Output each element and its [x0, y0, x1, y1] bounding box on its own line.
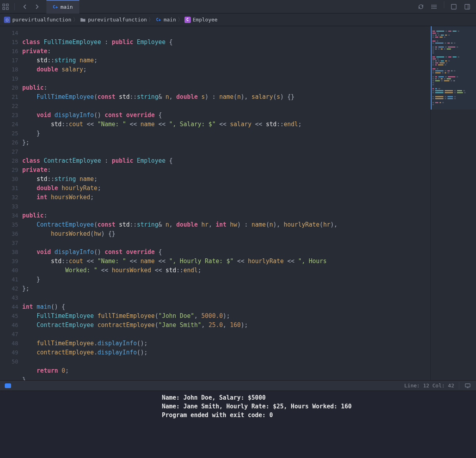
svg-rect-2	[3, 8, 5, 10]
monitor-icon[interactable]	[464, 382, 471, 389]
svg-rect-3	[6, 8, 8, 10]
console-sidebar	[0, 391, 159, 458]
chevron-right-icon: 〉	[148, 16, 154, 23]
cpp-file-icon: C+	[53, 4, 58, 10]
tab-main[interactable]: C+ main	[46, 0, 79, 13]
svg-rect-0	[3, 4, 5, 6]
status-bar: Line: 12 Col: 42	[0, 380, 476, 391]
cursor-line-label: Line:	[404, 383, 420, 389]
svg-rect-11	[465, 4, 470, 9]
gutter: 1415161718192021222324252627282930313233…	[0, 26, 22, 380]
status-tag-icon[interactable]	[5, 383, 11, 388]
chevron-right-icon: 〉	[178, 16, 183, 23]
crumb-file[interactable]: C+ main	[155, 17, 176, 23]
toolbar: C+ main	[0, 0, 476, 13]
class-icon: C	[184, 17, 191, 23]
minimap[interactable]	[430, 26, 476, 380]
svg-point-9	[432, 8, 432, 8]
grid-icon[interactable]	[0, 1, 11, 12]
crumb-project[interactable]: ▢ purevirtualfunction	[4, 17, 71, 23]
crumb-symbol[interactable]: C Employee	[184, 17, 218, 23]
crumb-label: main	[163, 17, 176, 23]
sync-icon[interactable]	[415, 1, 426, 12]
forward-button[interactable]	[31, 1, 42, 12]
crumb-folder[interactable]: purevirtualfunction	[80, 17, 147, 23]
folder-icon	[80, 17, 86, 23]
svg-rect-10	[451, 4, 456, 9]
console: Name: John Doe, Salary: $5000 Name: Jane…	[0, 391, 476, 458]
tab-label: main	[60, 4, 73, 10]
editor-area: 1415161718192021222324252627282930313233…	[0, 26, 476, 380]
svg-point-8	[432, 6, 432, 7]
svg-rect-13	[465, 384, 470, 387]
crumb-label: Employee	[193, 17, 218, 23]
divider	[14, 3, 15, 10]
crumb-label: purevirtualfunction	[12, 17, 71, 23]
chevron-right-icon: 〉	[73, 16, 78, 23]
svg-point-7	[432, 5, 432, 5]
divider	[459, 382, 459, 389]
console-output[interactable]: Name: John Doe, Salary: $5000 Name: Jane…	[159, 391, 476, 458]
cursor-line: 12	[423, 383, 429, 389]
svg-rect-1	[6, 4, 8, 6]
divider	[444, 1, 444, 8]
project-icon: ▢	[4, 17, 10, 23]
list-icon[interactable]	[429, 1, 440, 12]
crumb-label: purevirtualfunction	[88, 17, 147, 23]
code-pane: 1415161718192021222324252627282930313233…	[0, 26, 430, 380]
box-icon[interactable]	[448, 1, 459, 12]
cursor-col-label: Col:	[432, 383, 445, 389]
back-button[interactable]	[19, 1, 31, 12]
cpp-file-icon: C+	[155, 17, 161, 23]
breadcrumb: ▢ purevirtualfunction 〉 purevirtualfunct…	[0, 13, 476, 26]
panel-icon[interactable]	[462, 1, 473, 12]
cursor-col: 42	[448, 383, 454, 389]
code-editor[interactable]: class FullTimeEmployee : public Employee…	[22, 26, 430, 380]
